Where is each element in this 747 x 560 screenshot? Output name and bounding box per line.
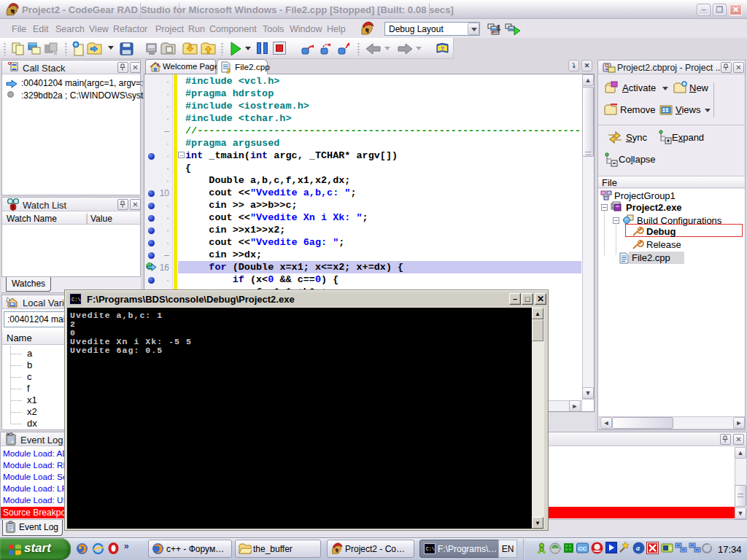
svg-text:C:\: C:\ [426,547,435,552]
svg-text:CC: CC [578,545,587,552]
svg-text:C:\: C:\ [71,297,81,303]
svg-text:a: a [636,544,640,552]
svg-text:?: ? [441,45,444,52]
